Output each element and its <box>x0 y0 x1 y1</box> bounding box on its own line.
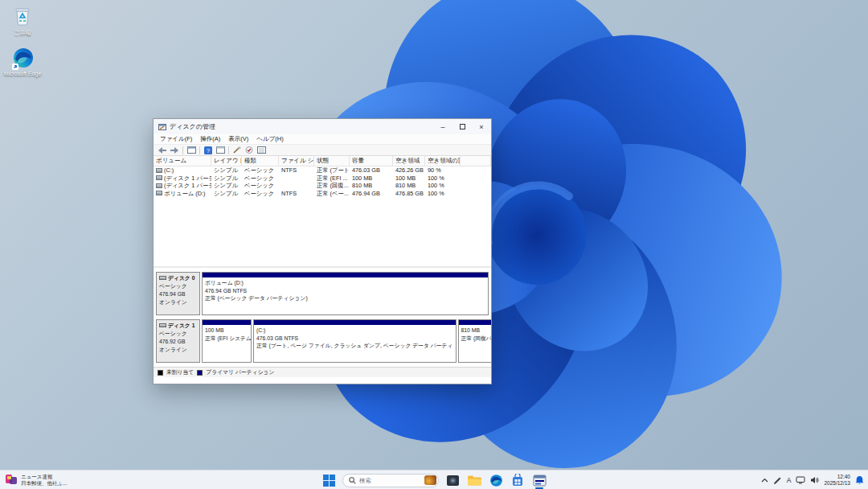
action-tool-icon[interactable] <box>232 146 242 155</box>
taskbar-app-photos[interactable] <box>444 472 461 488</box>
detail-window-icon[interactable] <box>256 146 266 155</box>
tray-time: 12:40 <box>824 474 850 480</box>
window-title: ディスクの管理 <box>170 122 215 131</box>
photos-app-icon <box>446 474 460 487</box>
windows-logo-icon <box>323 475 335 487</box>
network-icon[interactable] <box>796 476 805 484</box>
desktop-icon-recycle-bin[interactable]: ごみ箱 <box>0 5 46 37</box>
help-icon[interactable]: ? <box>203 146 213 155</box>
desktop: ごみ箱 Microsoft Edge <box>0 0 868 489</box>
maximize-button[interactable] <box>452 119 472 134</box>
widget-headline-title: ニュース速報 <box>21 474 68 480</box>
disk-management-icon <box>533 475 547 487</box>
start-button[interactable] <box>321 472 337 488</box>
disk-management-window: ディスクの管理 – × ファイル(F) 操作(A) 表示(V) ヘルプ(H) <box>153 118 492 384</box>
unallocated-swatch <box>158 370 163 376</box>
disk-icon <box>159 323 166 327</box>
forward-arrow-icon[interactable] <box>170 146 179 155</box>
taskbar-app-store[interactable] <box>510 472 526 488</box>
widget-headline-text: 日本郵便、他社ふ... <box>21 480 68 487</box>
table-row[interactable]: (C:) シンプル ベーシック NTFS 正常 (ブート... 476.03 G… <box>154 166 491 175</box>
col-free-pct[interactable]: 空き領域の割... <box>425 156 461 166</box>
partition-d[interactable]: ボリューム (D:) 476.94 GB NTFS 正常 (ベーシック データ … <box>202 272 489 315</box>
col-status[interactable]: 状態 <box>314 156 350 166</box>
disk-icon <box>159 276 166 280</box>
disk-0-row: ディスク 0 ベーシック 476.94 GB オンライン ボリューム (D:) … <box>156 272 489 315</box>
check-action-icon[interactable] <box>244 146 254 155</box>
taskbar: ニュース速報 日本郵便、他社ふ... <box>0 470 868 489</box>
volume-icon <box>156 191 162 195</box>
properties-window-icon[interactable] <box>215 146 225 155</box>
taskbar-app-disk-management[interactable] <box>531 472 547 488</box>
disk-1-header[interactable]: ディスク 1 ベーシック 476.92 GB オンライン <box>156 319 200 363</box>
col-capacity[interactable]: 容量 <box>350 156 393 166</box>
tray-date: 2025/12/13 <box>824 480 850 487</box>
col-filesystem[interactable]: ファイル システム <box>279 156 314 166</box>
close-button[interactable]: × <box>472 119 491 134</box>
search-input[interactable] <box>359 477 421 484</box>
volume-icon <box>156 183 162 188</box>
menu-file[interactable]: ファイル(F) <box>156 135 196 143</box>
title-bar[interactable]: ディスクの管理 – × <box>154 119 491 134</box>
table-row[interactable]: (ディスク 1 パーティシ... シンプル ベーシック 正常 (EFI ... … <box>154 175 491 183</box>
volume-icon <box>156 175 162 180</box>
table-row[interactable]: ボリューム (D:) シンプル ベーシック NTFS 正常 (ベー... 476… <box>154 190 491 198</box>
mmc-app-icon <box>158 123 166 131</box>
microsoft-store-icon <box>511 474 524 487</box>
legend-label: 未割り当て <box>166 368 194 376</box>
legend-label: プライマリ パーティション <box>206 368 274 376</box>
col-volume[interactable]: ボリューム <box>154 156 211 166</box>
desktop-icon-label: Microsoft Edge <box>0 71 46 76</box>
recycle-bin-icon <box>11 5 34 27</box>
widgets-button[interactable]: ニュース速報 日本郵便、他社ふ... <box>5 472 68 488</box>
col-type[interactable]: 種類 <box>242 156 279 166</box>
console-window-icon[interactable] <box>186 146 196 155</box>
search-highlight-thumbnail[interactable] <box>424 475 436 485</box>
menu-help[interactable]: ヘルプ(H) <box>252 135 287 143</box>
tray-pen-icon[interactable] <box>773 476 782 485</box>
primary-partition-swatch <box>197 370 203 376</box>
partition-recovery[interactable]: 810 MB 正常 (回復パーティション) <box>458 319 491 363</box>
table-row[interactable]: (ディスク 1 パーティシ... シンプル ベーシック 正常 (回復... 81… <box>154 182 491 190</box>
col-layout[interactable]: レイアウト <box>211 156 242 166</box>
menu-bar: ファイル(F) 操作(A) 表示(V) ヘルプ(H) <box>154 134 491 145</box>
taskbar-clock[interactable]: 12:40 2025/12/13 <box>824 474 850 487</box>
taskbar-app-file-explorer[interactable] <box>466 472 482 488</box>
volume-speaker-icon[interactable] <box>810 476 819 484</box>
volume-list: ボリューム レイアウト 種類 ファイル システム 状態 容量 空き領域 空き領域… <box>154 156 491 268</box>
disk-1-row: ディスク 1 ベーシック 476.92 GB オンライン 100 MB 正常 (… <box>156 319 489 363</box>
taskbar-app-edge[interactable] <box>488 472 504 488</box>
edge-icon <box>489 474 503 487</box>
search-icon <box>349 477 356 484</box>
desktop-icon-edge[interactable]: Microsoft Edge <box>0 47 46 76</box>
tray-chevron-up-icon[interactable] <box>761 478 768 483</box>
table-header: ボリューム レイアウト 種類 ファイル システム 状態 容量 空き領域 空き領域… <box>154 156 491 166</box>
edge-logo-icon <box>11 47 34 69</box>
back-arrow-icon[interactable] <box>158 146 167 155</box>
notification-bell-icon[interactable] <box>855 475 864 485</box>
volume-icon <box>156 168 162 173</box>
desktop-icon-label: ごみ箱 <box>0 29 46 37</box>
partition-c[interactable]: (C:) 476.03 GB NTFS 正常 (ブート, ページ ファイル, ク… <box>253 319 457 363</box>
file-explorer-icon <box>467 475 481 487</box>
col-free[interactable]: 空き領域 <box>393 156 425 166</box>
disk-0-header[interactable]: ディスク 0 ベーシック 476.94 GB オンライン <box>156 272 200 315</box>
minimize-button[interactable]: – <box>433 119 452 134</box>
taskbar-search[interactable] <box>342 474 439 487</box>
toolbar: ? <box>154 145 491 156</box>
svg-text:?: ? <box>207 147 211 154</box>
widgets-icon <box>5 474 18 487</box>
partition-legend: 未割り当て プライマリ パーティション <box>154 367 491 377</box>
disk-graphical-view: ディスク 0 ベーシック 476.94 GB オンライン ボリューム (D:) … <box>154 268 491 384</box>
ime-indicator[interactable]: A <box>787 476 792 484</box>
menu-view[interactable]: 表示(V) <box>224 135 252 143</box>
partition-efi[interactable]: 100 MB 正常 (EFI システム パー... <box>202 319 252 363</box>
menu-action[interactable]: 操作(A) <box>196 135 224 143</box>
